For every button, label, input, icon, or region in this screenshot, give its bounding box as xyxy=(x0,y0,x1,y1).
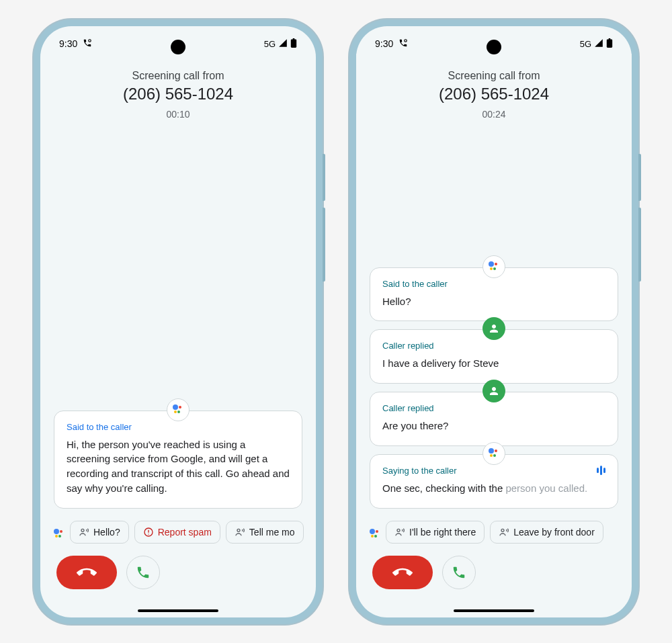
card-label: Said to the caller xyxy=(67,422,290,432)
card-label: Said to the caller xyxy=(382,279,605,289)
svg-point-12 xyxy=(501,529,504,531)
call-active-icon xyxy=(398,38,408,50)
chip-label: Tell me mo xyxy=(249,527,295,538)
phone-mockup-left: 9:30 5G Screening call from (206) 565-10… xyxy=(34,19,323,624)
card-text: One sec, checking with the person you ca… xyxy=(382,481,605,496)
chip-label: Hello? xyxy=(93,527,120,538)
svg-point-3 xyxy=(81,529,84,531)
chip-tell-me-more[interactable]: Tell me mo xyxy=(226,521,304,544)
svg-point-7 xyxy=(237,529,240,531)
voice-reply-icon xyxy=(499,527,509,538)
assistant-avatar-icon xyxy=(482,442,505,465)
network-label: 5G xyxy=(264,39,276,49)
chip-ill-be-right-there[interactable]: I'll be right there xyxy=(386,521,485,544)
assistant-avatar-icon xyxy=(482,255,505,278)
battery-icon xyxy=(290,38,297,50)
chip-label: Report spam xyxy=(158,527,212,538)
status-time: 9:30 xyxy=(375,38,393,49)
caller-avatar-icon xyxy=(482,380,505,402)
card-text: Hi, the person you've reached is using a… xyxy=(67,437,290,496)
chip-label: I'll be right there xyxy=(409,527,476,538)
phone-mockup-right: 9:30 5G Saying to the caller They said y… xyxy=(349,19,638,624)
caller-number: (206) 565-1024 xyxy=(54,85,302,103)
transcript-card: Said to the caller Hi, the person you've… xyxy=(54,411,302,509)
answer-call-button[interactable] xyxy=(126,556,160,589)
card-text: Are you there? xyxy=(382,419,605,433)
speaking-wave-icon xyxy=(597,466,605,475)
card-label: Caller replied xyxy=(382,403,605,413)
volume-button xyxy=(638,154,641,201)
suggestion-chips-row: Hello? Report spam Tell me mo xyxy=(40,515,316,552)
card-label: Caller replied xyxy=(382,341,605,351)
screening-label: Screening call from xyxy=(54,70,302,82)
svg-rect-10 xyxy=(609,38,611,40)
volume-button xyxy=(323,154,325,201)
power-button xyxy=(638,208,641,282)
signal-icon xyxy=(594,38,603,50)
voice-reply-icon xyxy=(235,527,245,538)
battery-icon xyxy=(606,38,613,50)
transcript-area: Said to the caller Hi, the person you've… xyxy=(40,125,316,515)
call-timer: 00:10 xyxy=(54,109,302,120)
call-action-row xyxy=(356,552,632,589)
call-action-row xyxy=(40,552,316,589)
chip-hello[interactable]: Hello? xyxy=(70,521,129,544)
voice-reply-icon xyxy=(79,527,89,538)
card-text: I have a delivery for Steve xyxy=(382,356,605,371)
power-button xyxy=(323,208,325,282)
svg-rect-9 xyxy=(607,39,612,48)
svg-point-8 xyxy=(405,39,407,42)
call-header: Screening call from (206) 565-1024 00:10 xyxy=(40,54,316,125)
transcript-area: Said to the caller Hello? Caller replied… xyxy=(356,125,632,515)
status-time: 9:30 xyxy=(59,38,77,49)
screening-label: Screening call from xyxy=(370,70,618,82)
home-indicator[interactable] xyxy=(454,609,534,612)
call-header: Screening call from (206) 565-1024 00:24 xyxy=(356,54,632,125)
assistant-icon xyxy=(54,525,65,540)
home-indicator[interactable] xyxy=(138,609,218,612)
chip-report-spam[interactable]: Report spam xyxy=(134,521,220,544)
hang-up-button[interactable] xyxy=(372,556,433,589)
chip-leave-by-front-door[interactable]: Leave by front door xyxy=(490,521,603,544)
caller-avatar-icon xyxy=(482,317,505,340)
alert-icon xyxy=(143,527,154,538)
voice-reply-icon xyxy=(394,527,405,538)
front-camera xyxy=(171,40,185,54)
front-camera xyxy=(487,40,501,54)
assistant-avatar-icon xyxy=(167,398,190,421)
call-active-icon xyxy=(83,38,92,50)
signal-icon xyxy=(278,38,288,50)
answer-call-button[interactable] xyxy=(442,556,476,589)
card-label: Saying to the caller xyxy=(382,466,605,476)
hang-up-button[interactable] xyxy=(56,556,117,589)
phone-screen: 9:30 5G Screening call from (206) 565-10… xyxy=(40,26,316,617)
chip-label: Leave by front door xyxy=(513,527,595,538)
card-text: Hello? xyxy=(382,294,605,309)
suggestion-chips-row: I'll be right there Leave by front door xyxy=(356,515,632,552)
network-label: 5G xyxy=(580,39,591,49)
call-timer: 00:24 xyxy=(370,109,618,120)
caller-number: (206) 565-1024 xyxy=(370,85,618,103)
svg-point-11 xyxy=(397,529,400,531)
svg-rect-1 xyxy=(291,39,296,48)
svg-point-0 xyxy=(89,39,91,42)
svg-point-6 xyxy=(148,533,149,534)
svg-rect-2 xyxy=(293,38,295,40)
phone-screen: 9:30 5G Saying to the caller They said y… xyxy=(356,26,632,617)
assistant-icon xyxy=(370,525,380,540)
